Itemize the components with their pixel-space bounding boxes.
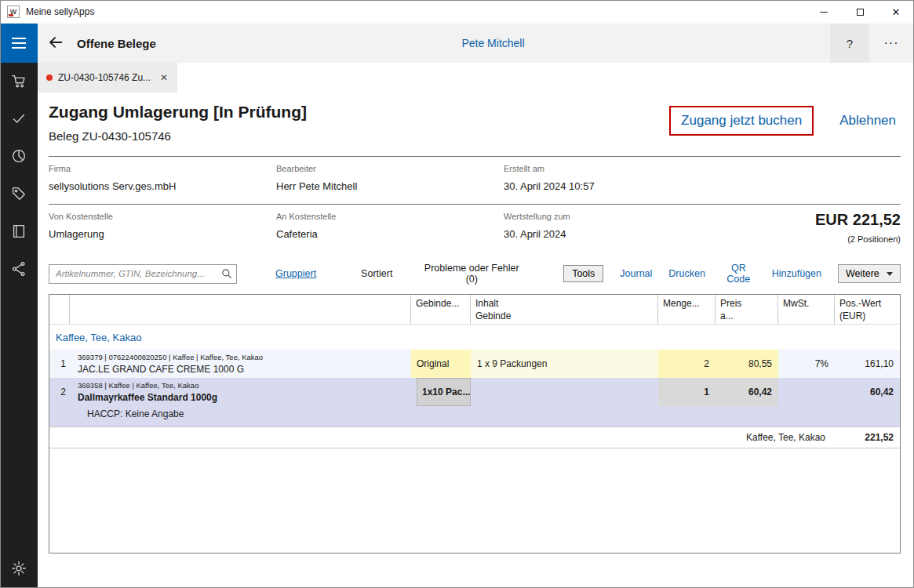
back-button[interactable] <box>38 24 74 63</box>
mwst-cell <box>778 378 835 406</box>
article-name: Dallmayrkaffee Standard 1000g <box>78 392 411 403</box>
cart-icon <box>10 72 27 92</box>
inhalt-cell <box>471 378 658 406</box>
help-button[interactable]: ? <box>830 24 869 63</box>
info-label: An Kostenstelle <box>276 212 504 221</box>
pos-wert-cell: 161,10 <box>835 350 900 378</box>
gebinde-selector[interactable]: 1x10 Pac... <box>417 378 471 406</box>
journal-link[interactable]: Journal <box>620 268 652 279</box>
window-title: Meine sellyApps <box>26 6 94 17</box>
tab-strip: ZU-0430-105746 Zu... ✕ <box>38 63 914 93</box>
info-wertstellung: Wertstellung zum 30. April 2024 <box>504 212 731 240</box>
sidebar-item-share[interactable] <box>0 251 38 289</box>
tab-label: ZU-0430-105746 Zu... <box>58 72 151 83</box>
more-options-button[interactable]: ··· <box>872 24 911 63</box>
sidebar-item-journal[interactable] <box>0 213 38 251</box>
document-header: Zugang Umlagerung [In Prüfung] Beleg ZU-… <box>49 103 901 156</box>
col-number <box>49 295 70 324</box>
more-actions-label: Weitere <box>846 268 879 279</box>
info-row-1: Firma sellysolutions Serv.ges.mbH Bearbe… <box>49 157 901 204</box>
share-icon <box>10 260 27 280</box>
inhalt-cell: 1 x 9 Packungen <box>471 350 658 378</box>
search-box <box>49 264 237 284</box>
menge-cell[interactable]: 2 <box>658 350 716 378</box>
positions-count: (2 Positionen) <box>815 234 901 244</box>
col-pos-wert[interactable]: Pos.-Wert (EUR) <box>835 295 900 324</box>
back-arrow-icon <box>47 34 64 53</box>
group-footer: Kaffee, Tee, Kakao 221,52 <box>49 426 900 448</box>
pos-wert-cell: 60,42 <box>835 378 900 406</box>
problems-filter[interactable]: Probleme oder Fehler (0) <box>424 263 519 285</box>
col-gebinde[interactable]: Gebinde... <box>411 295 471 324</box>
sidebar-item-tasks[interactable] <box>0 100 38 138</box>
page-title: Offene Belege <box>77 37 156 50</box>
haccp-note: HACCP: Keine Angabe <box>49 406 900 426</box>
col-menge[interactable]: Menge... <box>658 295 716 324</box>
sidebar-item-reports[interactable] <box>0 138 38 176</box>
info-value: Umlagerung <box>49 228 276 240</box>
hamburger-menu-button[interactable] <box>0 24 38 63</box>
article-cell: 369379 | 07622400820250 | Kaffee | Kaffe… <box>70 350 411 378</box>
minimize-icon <box>820 12 828 13</box>
article-meta: 369358 | Kaffee | Kaffee, Tee, Kakao <box>78 381 411 390</box>
add-link[interactable]: Hinzufügen <box>772 268 821 279</box>
tab-close-button[interactable]: ✕ <box>158 72 169 83</box>
mwst-cell: 7% <box>778 350 835 378</box>
maximize-button[interactable] <box>842 0 878 24</box>
minimize-button[interactable] <box>806 0 842 24</box>
info-label: Bearbeiter <box>276 164 504 173</box>
more-actions-dropdown[interactable]: Weitere <box>838 264 901 283</box>
group-header[interactable]: Kaffee, Tee, Kakao <box>49 325 900 350</box>
info-value: sellysolutions Serv.ges.mbH <box>49 180 276 192</box>
pie-chart-icon <box>10 147 27 167</box>
qr-code-link[interactable]: QR Code <box>722 263 756 285</box>
sidebar-item-cart[interactable] <box>0 63 38 100</box>
hamburger-icon <box>12 38 26 39</box>
table-row[interactable]: 1 369379 | 07622400820250 | Kaffee | Kaf… <box>49 350 900 378</box>
settings-gear-icon <box>10 560 27 579</box>
table-header: Gebinde... Inhalt Gebinde Menge... Preis… <box>49 295 900 325</box>
book-icon <box>10 223 27 242</box>
sidebar-item-settings[interactable] <box>0 550 38 588</box>
info-erstellt-am: Erstellt am 30. April 2024 10:57 <box>504 164 731 192</box>
row-number: 1 <box>49 350 70 378</box>
positions-table: Gebinde... Inhalt Gebinde Menge... Preis… <box>49 294 901 554</box>
checkmark-icon <box>10 110 27 129</box>
menge-cell[interactable]: 1 <box>658 378 716 406</box>
group-footer-total: 221,52 <box>835 432 900 443</box>
gebinde-cell[interactable]: Original <box>411 350 471 378</box>
col-preis[interactable]: Preis a... <box>716 295 778 324</box>
col-mwst[interactable]: MwSt. <box>778 295 835 324</box>
info-value: 30. April 2024 10:57 <box>504 180 731 192</box>
book-now-button[interactable]: Zugang jetzt buchen <box>669 106 814 136</box>
sidebar-item-labels[interactable] <box>0 176 38 213</box>
tab-document[interactable]: ZU-0430-105746 Zu... ✕ <box>38 63 177 93</box>
preis-cell[interactable]: 80,55 <box>716 350 778 378</box>
document-content: Zugang Umlagerung [In Prüfung] Beleg ZU-… <box>38 93 914 588</box>
app-shell: Offene Belege Pete Mitchell ? ··· ZU-043… <box>0 24 914 588</box>
col-inhalt[interactable]: Inhalt Gebinde <box>471 295 658 324</box>
preis-cell[interactable]: 60,42 <box>716 378 778 406</box>
sorted-toggle[interactable]: Sortiert <box>361 268 392 279</box>
search-input[interactable] <box>49 264 237 284</box>
reject-button[interactable]: Ablehnen <box>835 112 901 129</box>
search-icon <box>220 267 233 283</box>
print-link[interactable]: Drucken <box>668 268 705 279</box>
close-button[interactable]: ✕ <box>878 0 914 24</box>
title-bar: W Meine sellyApps ✕ <box>0 0 914 24</box>
user-link[interactable]: Pete Mitchell <box>457 36 529 50</box>
info-row-2: Von Kostenstelle Umlagerung An Kostenste… <box>49 205 901 252</box>
grouped-toggle[interactable]: Gruppiert <box>275 268 316 279</box>
window-controls: ✕ <box>806 0 914 24</box>
chevron-down-icon <box>887 272 893 276</box>
gebinde-cell[interactable]: 1x10 Pac... <box>411 378 471 406</box>
article-meta: 369379 | 07622400820250 | Kaffee | Kaffe… <box>78 353 411 361</box>
document-actions: Zugang jetzt buchen Ablehnen <box>669 106 901 136</box>
info-firma: Firma sellysolutions Serv.ges.mbH <box>49 164 276 192</box>
col-article <box>70 295 411 324</box>
info-value: Herr Pete Mitchell <box>276 180 504 192</box>
table-row-selected[interactable]: 2 369358 | Kaffee | Kaffee, Tee, Kakao D… <box>49 378 900 406</box>
tools-button[interactable]: Tools <box>563 265 603 282</box>
info-von-kostenstelle: Von Kostenstelle Umlagerung <box>49 212 276 240</box>
info-label: Von Kostenstelle <box>49 212 276 221</box>
